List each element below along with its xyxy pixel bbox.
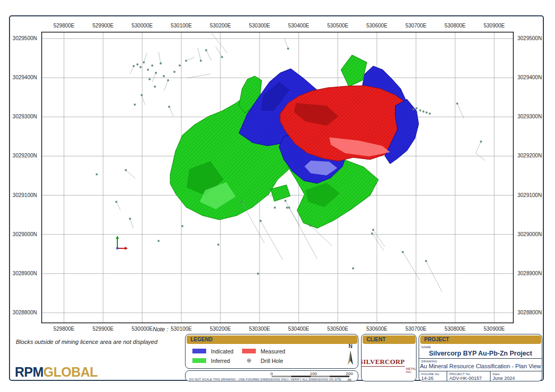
- axis-label: 530500E: [327, 326, 348, 332]
- axis-label: 3029000N: [7, 231, 37, 237]
- rpm-logo-text: RPM: [15, 365, 43, 379]
- silvercorp-logo: SILVERCORP METALS INC.: [362, 343, 416, 381]
- drill-hole-marker: [147, 69, 149, 70]
- drill-trace: [126, 170, 135, 179]
- drawing-label: DRAWING: [421, 360, 437, 363]
- plan-view-map: [41, 32, 514, 323]
- axis-label: 3029500N: [7, 35, 37, 41]
- drill-trace: [130, 219, 133, 228]
- drill-trace: [261, 221, 283, 260]
- drill-hole-marker: [158, 240, 159, 241]
- drill-trace: [426, 261, 442, 292]
- drill-hole-marker: [352, 267, 354, 269]
- project-name: Silvercorp BYP Au-Pb-Zn Project: [419, 344, 542, 357]
- axis-label: 530400E: [288, 326, 309, 332]
- figure-label: FIGURE No.: [421, 372, 440, 376]
- drill-hole-marker: [160, 62, 161, 64]
- drill-trace: [476, 153, 485, 161]
- drill-hole-marker: [136, 63, 138, 65]
- drill-hole-marker: [217, 244, 219, 245]
- drill-trace: [372, 234, 384, 250]
- axis-label: 530900E: [484, 23, 505, 29]
- axis-label: 530300E: [249, 326, 270, 332]
- legend-label: Measured: [261, 348, 285, 354]
- drill-hole-marker: [154, 86, 155, 87]
- axis-label: 3029000N: [517, 231, 542, 237]
- drill-hole-marker: [288, 207, 290, 208]
- drill-trace: [242, 202, 264, 243]
- drill-trace: [206, 50, 211, 61]
- drill-hole-marker: [480, 141, 482, 142]
- rpmglobal-logo: RPMGLOBAL: [15, 365, 98, 380]
- drill-hole-marker: [141, 94, 142, 96]
- axis-label: 530600E: [366, 326, 387, 332]
- drill-hole-marker: [143, 61, 144, 63]
- drill-hole-marker: [115, 201, 117, 202]
- project-header: PROJECT: [420, 335, 541, 344]
- drill-trace: [169, 107, 173, 116]
- drill-hole-marker: [205, 49, 207, 51]
- drill-hole-marker: [221, 56, 223, 58]
- axis-label: 530300E: [249, 23, 270, 29]
- legend-header: LEGEND: [187, 335, 357, 344]
- drill-trace: [130, 66, 134, 74]
- project-no-cell: PROJECT No. ADV-HK-00157: [447, 371, 490, 381]
- scale-bar: [272, 376, 349, 377]
- drill-hole-marker: [133, 65, 134, 67]
- drill-trace: [152, 73, 156, 82]
- project-no-label: PROJECT No.: [449, 372, 471, 376]
- name-label: NAME: [421, 346, 431, 349]
- axis-label: 529800E: [53, 326, 75, 332]
- drill-hole-marker: [185, 60, 187, 61]
- drill-hole-marker: [173, 71, 175, 72]
- axis-label: 3029100N: [7, 192, 37, 198]
- drill-hole-marker: [240, 201, 242, 202]
- legend-swatch: [192, 349, 206, 353]
- drill-hole-marker: [260, 220, 261, 221]
- legend-box: LEGEND IndicatedMeasuredInferred⊕Drill H…: [185, 334, 358, 369]
- drill-trace: [216, 46, 222, 57]
- drill-hole-marker: [425, 260, 427, 262]
- note-label: Note :: [153, 326, 168, 332]
- legend-label: Indicated: [211, 348, 234, 354]
- axis-label: 530700E: [405, 326, 427, 332]
- axis-label: 530400E: [288, 23, 309, 29]
- drill-trace: [457, 104, 464, 119]
- drill-hole-marker: [286, 207, 288, 208]
- axis-label: 530100E: [171, 23, 192, 29]
- drill-hole-marker: [96, 173, 97, 175]
- drill-trace: [403, 252, 420, 280]
- drill-trace: [116, 202, 121, 210]
- drill-hole-marker: [274, 207, 275, 208]
- axis-label: 529800E: [53, 23, 75, 29]
- legend-swatch: [192, 358, 206, 363]
- north-needle-icon: [347, 349, 354, 366]
- north-label: N: [346, 344, 355, 349]
- axis-triad-icon: [116, 236, 128, 250]
- axis-label: 3029300N: [517, 114, 542, 119]
- scale-segment: [311, 376, 330, 377]
- north-arrow: N: [346, 344, 355, 368]
- scalebar-box: 0 100 200 m DO NOT SCALE THIS DRAWING - …: [185, 370, 358, 381]
- axis-label: 3028900N: [517, 270, 542, 276]
- date-label: Date: [493, 372, 500, 376]
- drawing-title: Au Mineral Resource Classification - Pla…: [419, 359, 542, 369]
- drawing-sheet: Note : Blocks outside of mining licence …: [0, 0, 555, 392]
- scale-segment: [330, 376, 349, 377]
- axis-label: 530000E: [132, 23, 153, 29]
- project-drawing-row: DRAWING Au Mineral Resource Classificati…: [419, 359, 542, 371]
- drill-hole-marker: [167, 79, 169, 81]
- axis-label: 3028900N: [7, 270, 37, 276]
- legend-item: ⊕Drill Hole: [242, 358, 327, 363]
- drill-hole-marker: [412, 108, 414, 110]
- drill-hole-marker: [422, 110, 424, 112]
- drill-trace: [211, 33, 227, 53]
- drill-trace: [159, 52, 161, 63]
- scale-disclaimer: DO NOT SCALE THIS DRAWING - USE FIGURED …: [189, 378, 341, 381]
- axis-label: 3029500N: [517, 35, 542, 41]
- drill-hole-marker: [155, 72, 156, 73]
- figure-cell: FIGURE No. 14-26: [419, 371, 447, 381]
- drill-hole-marker: [168, 106, 170, 107]
- axis-label: 3028800N: [7, 310, 37, 315]
- axis-label: 3029200N: [7, 153, 37, 158]
